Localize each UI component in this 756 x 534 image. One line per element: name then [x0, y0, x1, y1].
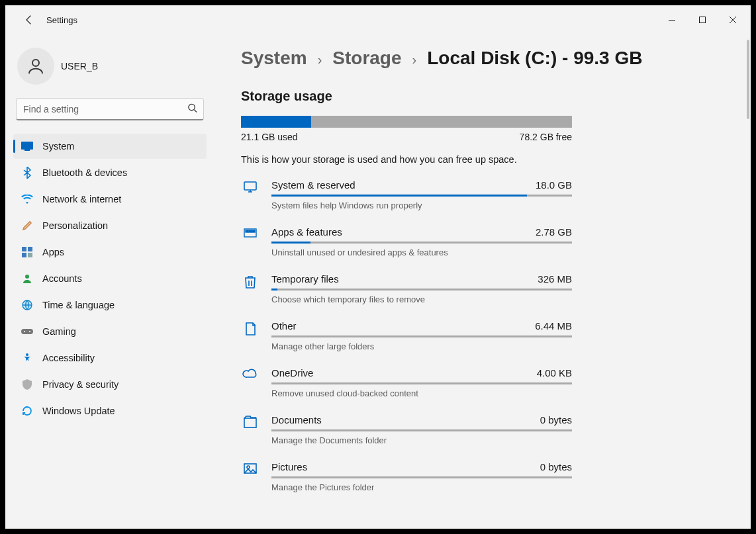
category-title: OneDrive — [271, 367, 313, 378]
svg-point-15 — [26, 353, 28, 356]
category-head: Temporary files326 MB — [271, 273, 572, 285]
nav-label: Time & language — [42, 300, 115, 310]
search-input[interactable] — [16, 98, 204, 120]
nav-personalization[interactable]: Personalization — [13, 213, 207, 238]
nav-label: Windows Update — [42, 406, 115, 416]
nav-network[interactable]: Network & internet — [13, 187, 207, 212]
content[interactable]: System › Storage › Local Disk (C:) - 99.… — [214, 34, 751, 529]
category-body: Temporary files326 MBChoose which tempor… — [271, 273, 572, 304]
category-row[interactable]: OneDrive4.00 KBRemove unused cloud-backe… — [241, 367, 572, 398]
category-bar-fill — [271, 242, 310, 244]
svg-point-2 — [32, 60, 39, 66]
close-button[interactable] — [718, 9, 748, 30]
minimize-button[interactable] — [657, 9, 687, 30]
category-body: Other6.44 MBManage other large folders — [271, 320, 572, 351]
category-row[interactable]: Apps & features2.78 GBUninstall unused o… — [241, 226, 572, 257]
category-body: OneDrive4.00 KBRemove unused cloud-backe… — [271, 367, 572, 398]
category-bar-fill — [271, 289, 277, 290]
storage-bar-fill — [241, 116, 311, 128]
category-desc: Manage the Documents folder — [271, 435, 572, 445]
back-button[interactable] — [21, 12, 37, 28]
storage-bar-meta: 21.1 GB used 78.2 GB free — [241, 132, 572, 142]
scrollbar[interactable] — [747, 40, 749, 119]
category-body: Documents0 bytesManage the Documents fol… — [271, 414, 572, 445]
profile[interactable]: USER_B — [13, 42, 207, 95]
category-desc: Remove unused cloud-backed content — [271, 388, 572, 398]
category-icon — [241, 273, 260, 304]
category-bar — [271, 429, 572, 431]
category-title: Documents — [271, 414, 322, 425]
svg-rect-5 — [24, 150, 30, 151]
brush-icon — [21, 220, 33, 232]
category-size: 2.78 GB — [536, 226, 572, 238]
nav-label: Bluetooth & devices — [42, 167, 127, 178]
shield-icon — [21, 378, 33, 390]
nav-label: System — [42, 141, 74, 152]
category-row[interactable]: Temporary files326 MBChoose which tempor… — [241, 273, 572, 304]
breadcrumb-system[interactable]: System — [241, 48, 307, 69]
app-title: Settings — [46, 15, 77, 25]
person-icon — [21, 273, 33, 285]
svg-point-13 — [24, 331, 25, 332]
category-head: Documents0 bytes — [271, 414, 572, 425]
category-size: 18.0 GB — [536, 179, 572, 191]
nav-bluetooth[interactable]: Bluetooth & devices — [13, 160, 207, 185]
svg-rect-21 — [244, 418, 256, 427]
category-row[interactable]: Pictures0 bytesManage the Pictures folde… — [241, 461, 572, 492]
maximize-button[interactable] — [687, 9, 718, 30]
category-size: 0 bytes — [540, 414, 572, 425]
nav-label: Apps — [42, 247, 64, 257]
nav-accounts[interactable]: Accounts — [13, 266, 207, 291]
profile-name: USER_B — [61, 61, 98, 71]
category-row[interactable]: Other6.44 MBManage other large folders — [241, 320, 572, 351]
breadcrumb-storage[interactable]: Storage — [332, 48, 401, 69]
chevron-right-icon: › — [318, 52, 322, 67]
category-size: 326 MB — [538, 273, 572, 285]
category-desc: Manage other large folders — [271, 341, 572, 351]
category-icon — [241, 414, 260, 445]
svg-rect-8 — [22, 253, 26, 257]
category-bar — [271, 335, 572, 337]
body: USER_B System — [5, 34, 751, 529]
update-icon — [21, 405, 33, 417]
category-row[interactable]: System & reserved18.0 GBSystem files hel… — [241, 179, 572, 210]
category-head: System & reserved18.0 GB — [271, 179, 572, 191]
nav-time-language[interactable]: Time & language — [13, 292, 207, 318]
category-bar — [271, 382, 572, 384]
storage-bar — [241, 116, 572, 128]
svg-rect-7 — [28, 247, 32, 251]
nav-label: Accounts — [42, 273, 82, 284]
nav-accessibility[interactable]: Accessibility — [13, 345, 207, 371]
window-controls — [657, 9, 748, 30]
category-icon — [241, 461, 260, 492]
free-label: 78.2 GB free — [520, 132, 572, 142]
category-size: 6.44 MB — [535, 320, 572, 332]
nav-update[interactable]: Windows Update — [13, 398, 207, 423]
svg-rect-16 — [244, 182, 256, 190]
nav-privacy[interactable]: Privacy & security — [13, 372, 207, 397]
category-bar-fill — [271, 195, 527, 197]
nav-system[interactable]: System — [13, 134, 207, 159]
nav-label: Accessibility — [42, 353, 95, 363]
category-row[interactable]: Documents0 bytesManage the Documents fol… — [241, 414, 572, 445]
gamepad-icon — [21, 326, 33, 337]
svg-rect-4 — [21, 142, 33, 150]
nav-apps[interactable]: Apps — [13, 240, 207, 265]
category-head: Pictures0 bytes — [271, 461, 572, 472]
nav-gaming[interactable]: Gaming — [13, 319, 207, 344]
category-title: Temporary files — [271, 273, 339, 285]
category-head: Other6.44 MB — [271, 320, 572, 332]
wifi-icon — [21, 193, 33, 205]
svg-rect-1 — [700, 17, 706, 23]
svg-rect-20 — [252, 230, 255, 232]
category-icon — [241, 226, 260, 257]
globe-icon — [21, 299, 33, 311]
category-body: Pictures0 bytesManage the Pictures folde… — [271, 461, 572, 492]
category-desc: Manage the Pictures folder — [271, 482, 572, 492]
category-desc: Uninstall unused or undesired apps & fea… — [271, 247, 572, 257]
category-bar — [271, 476, 572, 478]
used-label: 21.1 GB used — [241, 132, 298, 142]
category-size: 4.00 KB — [537, 367, 572, 378]
breadcrumb: System › Storage › Local Disk (C:) - 99.… — [241, 48, 724, 69]
category-icon — [241, 320, 260, 351]
